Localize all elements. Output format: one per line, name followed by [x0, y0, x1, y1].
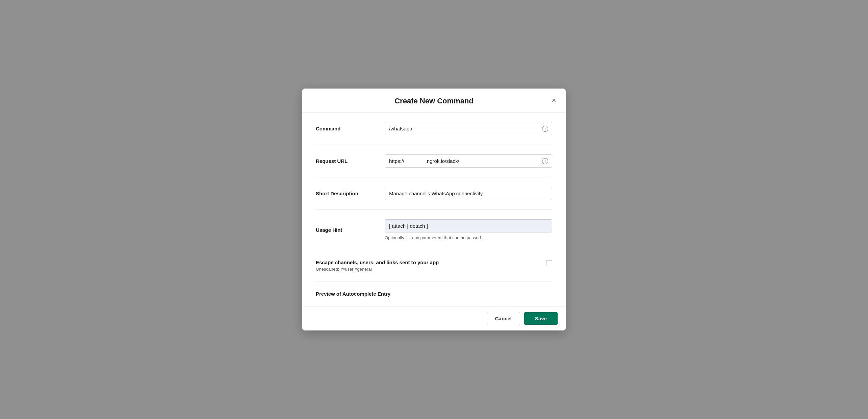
command-info-icon[interactable]: i: [542, 126, 548, 132]
request-url-label: Request URL: [316, 158, 377, 164]
escape-channels-label: Escape channels, users, and links sent t…: [316, 260, 541, 265]
preview-row: Preview of Autocomplete Entry: [316, 281, 552, 306]
request-url-info-icon[interactable]: i: [542, 158, 548, 164]
command-input[interactable]: [385, 122, 552, 135]
escape-channels-row: Escape channels, users, and links sent t…: [316, 250, 552, 281]
modal-header: Create New Command ×: [302, 89, 566, 113]
command-label: Command: [316, 126, 377, 131]
info-circle-icon-2: i: [542, 158, 548, 164]
usage-hint-description: Optionally list any parameters that can …: [385, 235, 552, 240]
modal-body: Command i Request URL: [302, 113, 566, 306]
modal-dialog: Create New Command × Command i R: [302, 89, 566, 330]
escape-channels-content: Escape channels, users, and links sent t…: [316, 260, 541, 272]
cancel-button[interactable]: Cancel: [487, 312, 520, 325]
command-input-wrapper: i: [385, 122, 552, 135]
modal-overlay: Create New Command × Command i R: [0, 0, 868, 419]
info-circle-icon: i: [542, 126, 548, 132]
request-url-input[interactable]: [385, 154, 552, 168]
short-description-field: [385, 187, 552, 200]
close-button[interactable]: ×: [549, 95, 559, 106]
escape-channels-sublabel: Unescaped: @user #general: [316, 267, 541, 272]
short-description-label: Short Description: [316, 191, 377, 196]
modal-footer: Cancel Save: [302, 306, 566, 330]
usage-hint-field: Optionally list any parameters that can …: [385, 219, 552, 240]
modal-title: Create New Command: [394, 97, 474, 105]
short-description-input-wrapper: [385, 187, 552, 200]
escape-channels-checkbox[interactable]: [546, 260, 552, 266]
short-description-input[interactable]: [385, 187, 552, 200]
preview-label: Preview of Autocomplete Entry: [316, 291, 390, 297]
usage-hint-input-wrapper: [385, 219, 552, 232]
command-field: i: [385, 122, 552, 135]
short-description-row: Short Description: [316, 177, 552, 210]
request-url-field: i: [385, 154, 552, 168]
command-row: Command i: [316, 113, 552, 145]
save-button[interactable]: Save: [524, 312, 558, 325]
usage-hint-input[interactable]: [385, 219, 552, 232]
request-url-row: Request URL i: [316, 145, 552, 177]
request-url-input-wrapper: i: [385, 154, 552, 168]
usage-hint-row: Usage Hint Optionally list any parameter…: [316, 210, 552, 250]
usage-hint-label: Usage Hint: [316, 227, 377, 233]
